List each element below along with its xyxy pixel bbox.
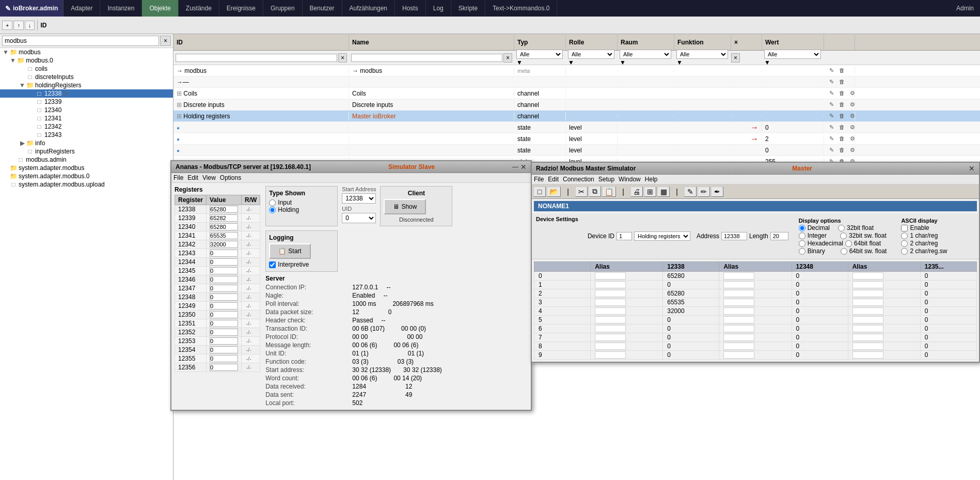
val-cell-12342[interactable]: [207, 240, 242, 249]
uid-select[interactable]: 0: [342, 213, 376, 223]
tab-gruppen[interactable]: Gruppen: [263, 0, 303, 17]
master-row-2[interactable]: 2 65280 0 0: [534, 289, 977, 298]
rw-btn-12356[interactable]: -/-: [245, 365, 252, 370]
rw-btn-12354[interactable]: -/-: [245, 347, 252, 353]
delete-btn-12338[interactable]: 🗑: [837, 123, 847, 131]
master-alias3-7[interactable]: [848, 333, 920, 342]
filter-name-clear[interactable]: ×: [503, 53, 512, 63]
master-alias1-6[interactable]: [591, 324, 663, 333]
tree-arrow-hr[interactable]: ▼: [19, 82, 26, 89]
reg-row-12341[interactable]: 12341-/-: [175, 231, 260, 240]
filter-id-clear[interactable]: ×: [338, 53, 347, 63]
master-alias3-2[interactable]: [848, 289, 920, 298]
tree-item-sysadapter0[interactable]: ▶ 📁 system.adapter.modbus.0: [0, 172, 173, 180]
rw-btn-12347[interactable]: -/-: [245, 286, 252, 291]
reg-row-12347[interactable]: 12347-/-: [175, 284, 260, 293]
master-alias1-8[interactable]: [591, 342, 663, 351]
reg-row-12350[interactable]: 12350-/-: [175, 311, 260, 319]
edit-btn-holdingregs[interactable]: ✎: [827, 112, 836, 120]
sim-menu-file[interactable]: File: [173, 174, 183, 181]
tree-item-sysadapter[interactable]: ▶ 📁 system.adapter.modbus: [0, 164, 173, 172]
rw-btn-12352[interactable]: -/-: [245, 330, 252, 335]
radio-integer[interactable]: [799, 233, 805, 239]
reg-row-12339[interactable]: 12339-/-: [175, 214, 260, 223]
tab-ereignisse[interactable]: Ereignisse: [219, 0, 263, 17]
rw-btn-12343[interactable]: -/-: [245, 251, 252, 256]
master-row-5[interactable]: 5 0 0 0: [534, 316, 977, 324]
rw-btn-12344[interactable]: -/-: [245, 259, 252, 265]
master-row-6[interactable]: 6 0 0 0: [534, 324, 977, 333]
filter-role-select[interactable]: Alle: [568, 50, 614, 59]
master-row-3[interactable]: 3 65535 0 0: [534, 298, 977, 307]
copy-icon-12338[interactable]: ⧉: [64, 90, 67, 97]
delete-btn-coils[interactable]: 🗑: [837, 89, 847, 97]
table-row-holdingregs[interactable]: ⊞ Holding registers Master ioBroker chan…: [173, 111, 980, 122]
edit-btn-12338[interactable]: ✎: [827, 123, 836, 131]
edit-btn-discrete[interactable]: ✎: [827, 101, 836, 109]
rw-btn-12349[interactable]: -/-: [245, 303, 252, 309]
master-alias1-5[interactable]: [591, 316, 663, 324]
settings-btn-12339[interactable]: ⚙: [848, 135, 855, 143]
sim-menu-view[interactable]: View: [202, 174, 216, 181]
master-menu-edit[interactable]: Edit: [548, 176, 559, 183]
tree-item-12342[interactable]: ▶ □ 12342: [0, 122, 173, 131]
master-alias3-5[interactable]: [848, 316, 920, 324]
tb-grid-btn[interactable]: ⊞: [644, 187, 656, 197]
rw-btn-12339[interactable]: -/-: [245, 215, 252, 221]
tree-arrow-info[interactable]: ▶: [19, 140, 26, 147]
tb-cut-btn[interactable]: ✂: [575, 187, 588, 197]
radio-32bitfloat[interactable]: [838, 225, 845, 231]
register-type-select[interactable]: Holding registers Coils Input registers …: [634, 231, 690, 241]
edit-btn-12340[interactable]: ✎: [827, 146, 836, 154]
rw-btn-12351[interactable]: -/-: [245, 321, 252, 327]
reg-row-12356[interactable]: 12356-/-: [175, 363, 260, 372]
master-alias2-5[interactable]: [719, 316, 792, 324]
tree-item-modbus0[interactable]: ▼ 📁 modbus.0: [0, 56, 173, 65]
tree-item-12341[interactable]: ▶ □ 12341: [0, 114, 173, 122]
tb-new-btn[interactable]: □: [533, 187, 546, 197]
settings-btn-coils[interactable]: ⚙: [848, 89, 855, 97]
settings-btn-12340[interactable]: ⚙: [848, 146, 855, 154]
sim-close-btn[interactable]: ✕: [520, 163, 527, 171]
filter-type-select[interactable]: Alle: [516, 50, 563, 59]
tab-objekte[interactable]: Objekte: [142, 0, 178, 17]
table-row-12339[interactable]: ● state level → 2 ✎ 🗑 ⚙: [173, 133, 980, 145]
rw-btn-12346[interactable]: -/-: [245, 277, 252, 283]
master-alias2-3[interactable]: [719, 298, 792, 307]
radio-hex[interactable]: [799, 240, 805, 247]
tb-open-btn[interactable]: 📂: [547, 187, 561, 197]
master-menu-file[interactable]: File: [534, 176, 544, 183]
tree-item-coils[interactable]: ▶ □ coils: [0, 65, 173, 73]
rw-btn-12350[interactable]: -/-: [245, 312, 252, 318]
tb-edit1-btn[interactable]: ✎: [684, 187, 697, 197]
filter-name-input[interactable]: [351, 54, 502, 62]
filter-func-select[interactable]: Alle: [676, 50, 728, 59]
radio-64bitfloat[interactable]: [845, 240, 852, 247]
sim-minimize-btn[interactable]: —: [512, 163, 518, 171]
tb-paste-btn[interactable]: 📋: [602, 187, 616, 197]
master-close-btn[interactable]: ✕: [969, 164, 975, 173]
tree-arrow-modbus[interactable]: ▼: [2, 49, 9, 56]
master-alias3-8[interactable]: [848, 342, 920, 351]
master-menu-help[interactable]: Help: [645, 176, 658, 183]
master-row-4[interactable]: 4 32000 0 0: [534, 307, 977, 316]
tb-edit2-btn[interactable]: ✏: [698, 187, 710, 197]
rw-btn-12348[interactable]: -/-: [245, 295, 252, 300]
start-address-select[interactable]: 12338: [342, 193, 376, 204]
master-menu-connection[interactable]: Connection: [563, 176, 594, 183]
show-button[interactable]: 🖥 Show: [384, 199, 426, 214]
tab-instanzen[interactable]: Instanzen: [100, 0, 142, 17]
reg-row-12345[interactable]: 12345-/-: [175, 267, 260, 275]
master-row-0[interactable]: 0 65280 0 0: [534, 272, 977, 281]
reg-row-12346[interactable]: 12346-/-: [175, 275, 260, 284]
rw-btn-12353[interactable]: -/-: [245, 338, 252, 344]
filter-id-input[interactable]: [176, 54, 337, 62]
edit-btn-empty[interactable]: ✎: [827, 78, 836, 86]
move-up-button[interactable]: ↑: [13, 21, 24, 30]
tab-hosts[interactable]: Hosts: [395, 0, 426, 17]
master-menu-setup[interactable]: Setup: [598, 176, 614, 183]
master-alias2-4[interactable]: [719, 307, 792, 316]
master-row-7[interactable]: 7 0 0 0: [534, 333, 977, 342]
tb-copy-btn[interactable]: ⧉: [589, 186, 601, 197]
table-row-12340[interactable]: ● state level 0 ✎ 🗑 ⚙: [173, 145, 980, 156]
